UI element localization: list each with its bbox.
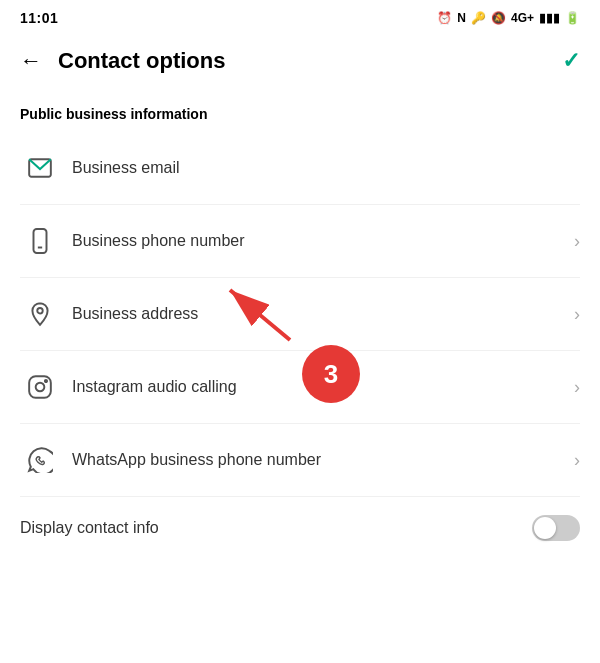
status-icons: ⏰ N 🔑 🔕 4G+ ▮▮▮ 🔋 (437, 11, 580, 25)
svg-point-5 (36, 383, 45, 392)
display-contact-row: Display contact info (0, 497, 600, 559)
alarm-icon: ⏰ (437, 11, 452, 25)
status-bar: 11:01 ⏰ N 🔑 🔕 4G+ ▮▮▮ 🔋 (0, 0, 600, 36)
location-icon (20, 294, 60, 334)
signal-icon: 4G+ (511, 11, 534, 25)
list-item-instagram[interactable]: Instagram audio calling › (0, 351, 600, 423)
back-button[interactable]: ← (20, 48, 42, 74)
whatsapp-label: WhatsApp business phone number (72, 451, 566, 469)
whatsapp-icon (20, 440, 60, 480)
svg-rect-1 (34, 229, 47, 253)
phone-label: Business phone number (72, 232, 566, 250)
n-icon: N (457, 11, 466, 25)
battery-icon: 🔋 (565, 11, 580, 25)
email-label: Business email (72, 159, 580, 177)
list-item-email[interactable]: Business email (0, 132, 600, 204)
whatsapp-arrow-icon: › (574, 450, 580, 471)
list-item-whatsapp[interactable]: WhatsApp business phone number › (0, 424, 600, 496)
svg-point-6 (45, 380, 47, 382)
section-public-business-label: Public business information (0, 90, 600, 132)
phone-icon (20, 221, 60, 261)
page-title: Contact options (58, 48, 562, 74)
display-contact-label: Display contact info (20, 519, 159, 537)
status-time: 11:01 (20, 10, 58, 26)
phone-arrow-icon: › (574, 231, 580, 252)
instagram-label: Instagram audio calling (72, 378, 566, 396)
header: ← Contact options ✓ (0, 36, 600, 90)
wifi-bars-icon: ▮▮▮ (539, 11, 560, 25)
email-icon (20, 148, 60, 188)
confirm-button[interactable]: ✓ (562, 48, 580, 74)
address-label: Business address (72, 305, 566, 323)
address-arrow-icon: › (574, 304, 580, 325)
svg-rect-4 (29, 376, 51, 398)
instagram-arrow-icon: › (574, 377, 580, 398)
display-contact-toggle[interactable] (532, 515, 580, 541)
svg-point-3 (37, 308, 42, 313)
toggle-knob (534, 517, 556, 539)
instagram-icon (20, 367, 60, 407)
key-icon: 🔑 (471, 11, 486, 25)
list-item-phone[interactable]: Business phone number › (0, 205, 600, 277)
list-item-address[interactable]: Business address › (0, 278, 600, 350)
mute-icon: 🔕 (491, 11, 506, 25)
